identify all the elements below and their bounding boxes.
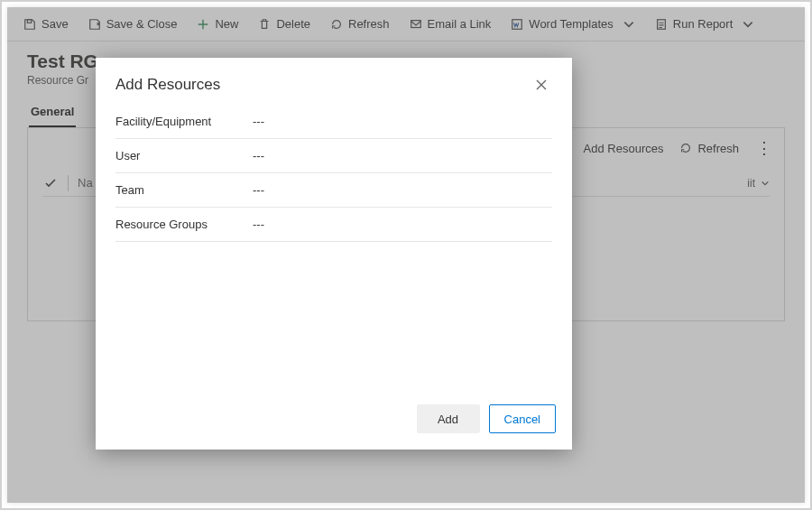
field-user[interactable]: User --- <box>115 139 552 173</box>
field-facility-equipment[interactable]: Facility/Equipment --- <box>115 105 552 139</box>
close-icon <box>535 79 548 91</box>
field-value: --- <box>253 115 264 128</box>
add-button[interactable]: Add <box>417 404 480 433</box>
field-label: User <box>115 149 253 162</box>
dialog-close-button[interactable] <box>531 74 552 96</box>
field-value: --- <box>253 218 264 231</box>
field-resource-groups[interactable]: Resource Groups --- <box>115 208 552 242</box>
dialog-footer: Add Cancel <box>96 394 572 450</box>
cancel-button[interactable]: Cancel <box>489 404 556 433</box>
app-window: Save Save & Close New Delete Refresh Ema… <box>7 7 805 503</box>
field-value: --- <box>253 149 264 162</box>
field-team[interactable]: Team --- <box>115 173 552 208</box>
dialog-body: Facility/Equipment --- User --- Team ---… <box>96 105 572 394</box>
field-label: Resource Groups <box>115 218 253 231</box>
field-value: --- <box>253 183 264 197</box>
dialog-title: Add Resources <box>115 76 220 94</box>
dialog-header: Add Resources <box>96 58 572 105</box>
field-label: Facility/Equipment <box>115 115 253 128</box>
field-label: Team <box>115 183 253 197</box>
add-resources-dialog: Add Resources Facility/Equipment --- Use… <box>96 58 572 450</box>
